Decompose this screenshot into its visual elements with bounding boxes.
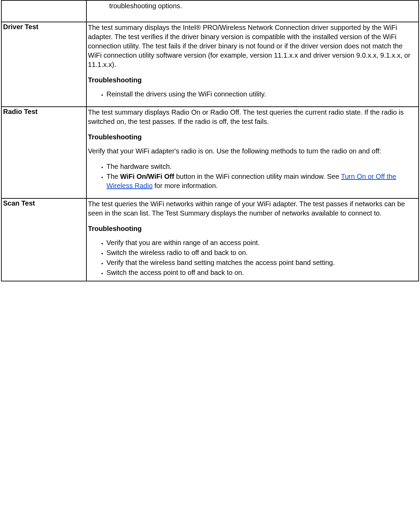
list-item: Verify that the wireless band setting ma…	[107, 258, 417, 267]
troubleshooting-intro: Verify that your WiFi adapter's radio is…	[88, 147, 417, 156]
row-label: Scan Test	[3, 199, 35, 207]
table-row: Driver Test The test summary displays th…	[1, 22, 419, 107]
row-body-cell: The test queries the WiFi networks withi…	[86, 198, 419, 281]
row-label-cell: Driver Test	[1, 22, 86, 107]
list-item: The WiFi On/WiFi Off button in the WiFi …	[107, 172, 417, 190]
row-label: Driver Test	[3, 23, 38, 31]
troubleshooting-list: The hardware switch. The WiFi On/WiFi Of…	[88, 162, 417, 190]
partial-bullet: troubleshooting options.	[88, 1, 417, 11]
row-body-cell: troubleshooting options.	[86, 0, 419, 22]
row-label-cell: Radio Test	[1, 107, 86, 198]
row-description: The test queries the WiFi networks withi…	[88, 199, 417, 218]
list-item: Switch the access point to off and back …	[107, 268, 417, 277]
troubleshooting-heading: Troubleshooting	[88, 224, 417, 233]
list-item: The hardware switch.	[107, 162, 417, 171]
list-item: Reinstall the drivers using the WiFi con…	[107, 90, 417, 99]
text-fragment: button in the WiFi connection utility ma…	[174, 173, 341, 180]
troubleshooting-list: Verify that you are within range of an a…	[88, 238, 417, 277]
wifi-on-off-label: WiFi On/WiFi Off	[120, 173, 174, 180]
list-item: Switch the wireless radio to off and bac…	[107, 248, 417, 257]
row-label: Radio Test	[3, 108, 38, 115]
row-label-cell	[1, 0, 86, 22]
troubleshooting-list: Reinstall the drivers using the WiFi con…	[88, 90, 417, 99]
row-body-cell: The test summary displays Radio On or Ra…	[86, 107, 419, 198]
troubleshooting-heading: Troubleshooting	[88, 132, 417, 142]
table-row: Radio Test The test summary displays Rad…	[1, 107, 419, 198]
row-label-cell: Scan Test	[1, 198, 86, 281]
table-row: troubleshooting options.	[1, 0, 419, 22]
row-description: The test summary displays the Intel® PRO…	[88, 23, 417, 69]
tests-table: troubleshooting options. Driver Test The…	[1, 0, 419, 281]
list-item: Verify that you are within range of an a…	[107, 238, 417, 247]
troubleshooting-heading: Troubleshooting	[88, 76, 417, 85]
row-description: The test summary displays Radio On or Ra…	[88, 108, 417, 126]
text-fragment: The	[107, 173, 120, 180]
text-fragment: for more information.	[153, 182, 218, 189]
row-body-cell: The test summary displays the Intel® PRO…	[86, 22, 419, 107]
table-row: Scan Test The test queries the WiFi netw…	[1, 198, 419, 281]
